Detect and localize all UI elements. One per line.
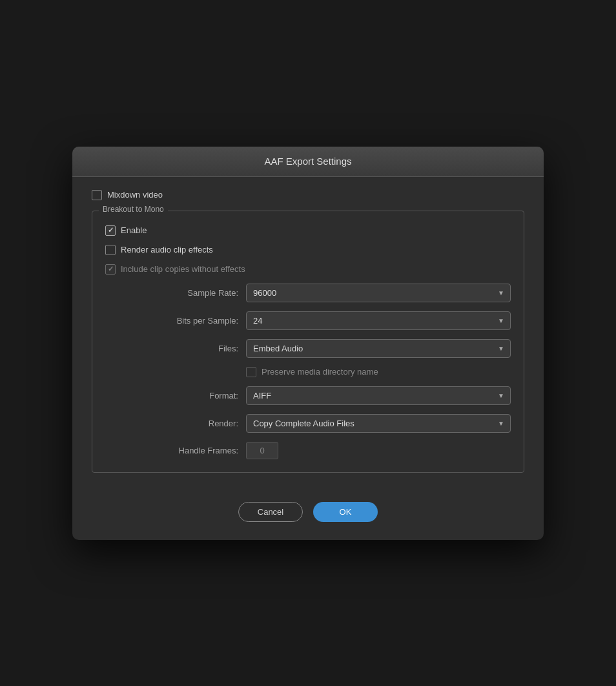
enable-checkbox[interactable] [105, 225, 116, 236]
format-row: Format: AIFF WAV BWF ▼ [105, 386, 511, 405]
sample-rate-row: Sample Rate: 96000 44100 48000 88200 176… [105, 284, 511, 302]
cancel-button[interactable]: Cancel [238, 502, 303, 522]
enable-row: Enable [105, 225, 511, 236]
mixdown-row: Mixdown video [92, 190, 524, 200]
section-content: Enable Render audio clip effects Include… [105, 225, 511, 459]
format-select[interactable]: AIFF WAV BWF [246, 386, 511, 405]
bits-per-sample-row: Bits per Sample: 24 16 32 ▼ [105, 311, 511, 330]
render-audio-effects-label: Render audio clip effects [121, 245, 213, 255]
include-clip-copies-checkbox [105, 264, 116, 275]
bits-per-sample-select[interactable]: 24 16 32 [246, 311, 511, 330]
format-label: Format: [154, 391, 238, 400]
render-audio-effects-row: Render audio clip effects [105, 245, 511, 255]
files-select-wrapper: Embed Audio Copy Complete Audio Files Li… [246, 339, 511, 358]
sample-rate-select[interactable]: 96000 44100 48000 88200 176400 192000 [246, 284, 511, 302]
mixdown-checkbox[interactable] [92, 190, 102, 200]
ok-button[interactable]: OK [313, 502, 378, 522]
render-select-wrapper: Copy Complete Audio Files Render Audio L… [246, 414, 511, 433]
sample-rate-select-wrapper: 96000 44100 48000 88200 176400 192000 ▼ [246, 284, 511, 302]
render-audio-effects-wrapper[interactable]: Render audio clip effects [105, 245, 213, 255]
preserve-media-dir-row: Preserve media directory name [105, 367, 511, 377]
render-select[interactable]: Copy Complete Audio Files Render Audio L… [246, 414, 511, 433]
files-row: Files: Embed Audio Copy Complete Audio F… [105, 339, 511, 358]
breakout-section: Breakout to Mono Enable Render audio cli… [92, 211, 524, 473]
preserve-media-dir-checkbox [246, 367, 256, 377]
handle-frames-label: Handle Frames: [154, 446, 238, 455]
include-clip-copies-wrapper: Include clip copies without effects [105, 264, 245, 275]
preserve-media-dir-wrapper: Preserve media directory name [246, 367, 511, 377]
handle-frames-row: Handle Frames: [105, 442, 511, 459]
files-label: Files: [154, 344, 238, 353]
dialog-title: AAF Export Settings [264, 156, 351, 167]
dialog-titlebar: AAF Export Settings [72, 147, 544, 177]
render-row: Render: Copy Complete Audio Files Render… [105, 414, 511, 433]
preserve-media-dir-label: Preserve media directory name [262, 367, 378, 377]
include-clip-copies-row: Include clip copies without effects [105, 264, 511, 275]
bits-per-sample-label: Bits per Sample: [154, 316, 238, 326]
mixdown-label: Mixdown video [107, 190, 163, 200]
files-select[interactable]: Embed Audio Copy Complete Audio Files Li… [246, 339, 511, 358]
sample-rate-label: Sample Rate: [154, 288, 238, 298]
enable-label: Enable [121, 225, 147, 235]
bits-per-sample-select-wrapper: 24 16 32 ▼ [246, 311, 511, 330]
mixdown-checkbox-wrapper[interactable]: Mixdown video [92, 190, 163, 200]
render-label: Render: [154, 419, 238, 428]
handle-frames-input[interactable] [246, 442, 278, 459]
include-clip-copies-label: Include clip copies without effects [121, 264, 245, 274]
format-select-wrapper: AIFF WAV BWF ▼ [246, 386, 511, 405]
section-label: Breakout to Mono [99, 205, 168, 214]
aaf-export-dialog: AAF Export Settings Mixdown video Breako… [72, 147, 544, 540]
enable-checkbox-wrapper[interactable]: Enable [105, 225, 147, 236]
handle-frames-container [246, 442, 511, 459]
render-audio-effects-checkbox[interactable] [105, 245, 116, 255]
dialog-body: Mixdown video Breakout to Mono Enable [72, 177, 544, 489]
dialog-footer: Cancel OK [72, 489, 544, 540]
